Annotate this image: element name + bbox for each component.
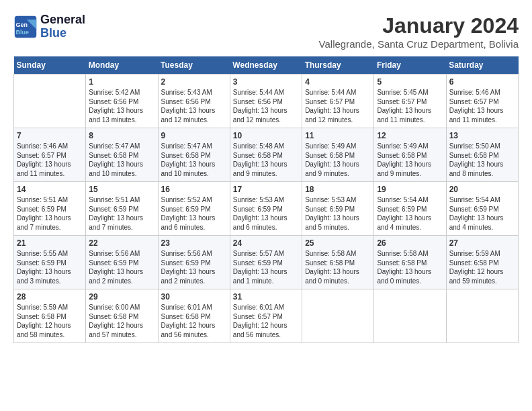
day-number: 3 [233,77,299,87]
day-info: Sunrise: 5:47 AM Sunset: 6:58 PM Dayligh… [161,142,227,178]
weekday-header-monday: Monday [86,56,158,75]
calendar-cell: 10Sunrise: 5:48 AM Sunset: 6:58 PM Dayli… [230,128,302,182]
day-info: Sunrise: 6:01 AM Sunset: 6:58 PM Dayligh… [161,303,227,339]
calendar-cell: 13Sunrise: 5:50 AM Sunset: 6:58 PM Dayli… [446,128,518,182]
day-number: 26 [377,238,443,248]
week-row-2: 7Sunrise: 5:46 AM Sunset: 6:57 PM Daylig… [14,128,519,182]
day-info: Sunrise: 5:56 AM Sunset: 6:59 PM Dayligh… [161,249,227,285]
calendar-cell: 19Sunrise: 5:54 AM Sunset: 6:59 PM Dayli… [374,182,446,236]
month-title: January 2024 [319,13,519,38]
day-number: 22 [89,238,154,248]
day-number: 29 [89,292,154,302]
day-info: Sunrise: 5:44 AM Sunset: 6:56 PM Dayligh… [233,88,299,124]
day-number: 19 [377,185,443,194]
calendar-cell: 8Sunrise: 5:47 AM Sunset: 6:58 PM Daylig… [86,128,158,182]
day-info: Sunrise: 5:55 AM Sunset: 6:59 PM Dayligh… [17,249,83,285]
calendar-cell [446,289,518,343]
calendar-cell: 21Sunrise: 5:55 AM Sunset: 6:59 PM Dayli… [14,236,86,289]
day-number: 18 [305,185,371,194]
day-number: 27 [449,238,515,248]
day-info: Sunrise: 5:51 AM Sunset: 6:59 PM Dayligh… [17,195,83,232]
location-title: Vallegrande, Santa Cruz Department, Boli… [319,38,519,50]
day-info: Sunrise: 5:43 AM Sunset: 6:56 PM Dayligh… [161,88,227,124]
day-info: Sunrise: 5:57 AM Sunset: 6:59 PM Dayligh… [233,249,299,285]
calendar-cell: 14Sunrise: 5:51 AM Sunset: 6:59 PM Dayli… [14,182,86,236]
calendar-cell: 16Sunrise: 5:52 AM Sunset: 6:59 PM Dayli… [158,182,230,236]
calendar-cell: 12Sunrise: 5:49 AM Sunset: 6:58 PM Dayli… [374,128,446,182]
day-info: Sunrise: 6:01 AM Sunset: 6:57 PM Dayligh… [233,303,299,339]
day-info: Sunrise: 5:46 AM Sunset: 6:57 PM Dayligh… [449,88,515,124]
calendar-cell: 7Sunrise: 5:46 AM Sunset: 6:57 PM Daylig… [14,128,86,182]
day-info: Sunrise: 6:00 AM Sunset: 6:58 PM Dayligh… [89,303,154,339]
svg-text:Gen: Gen [16,21,28,28]
day-number: 1 [89,77,154,87]
day-number: 16 [161,185,227,194]
day-info: Sunrise: 5:47 AM Sunset: 6:58 PM Dayligh… [89,142,154,178]
day-info: Sunrise: 5:53 AM Sunset: 6:59 PM Dayligh… [233,195,299,232]
weekday-header-thursday: Thursday [302,56,374,75]
title-block: January 2024 Vallegrande, Santa Cruz Dep… [319,13,519,50]
calendar-cell: 11Sunrise: 5:49 AM Sunset: 6:58 PM Dayli… [302,128,374,182]
weekday-header-row: SundayMondayTuesdayWednesdayThursdayFrid… [14,56,519,75]
calendar-cell: 26Sunrise: 5:58 AM Sunset: 6:58 PM Dayli… [374,236,446,289]
calendar-cell: 23Sunrise: 5:56 AM Sunset: 6:59 PM Dayli… [158,236,230,289]
calendar-cell: 18Sunrise: 5:53 AM Sunset: 6:59 PM Dayli… [302,182,374,236]
weekday-header-friday: Friday [374,56,446,75]
svg-text:Blue: Blue [16,29,30,36]
day-number: 5 [377,77,443,87]
calendar-cell [374,289,446,343]
day-info: Sunrise: 5:54 AM Sunset: 6:59 PM Dayligh… [449,195,515,232]
logo: Gen Blue General Blue [13,13,85,40]
day-number: 23 [161,238,227,248]
day-info: Sunrise: 5:50 AM Sunset: 6:58 PM Dayligh… [449,142,515,178]
calendar-cell [302,289,374,343]
calendar-cell: 2Sunrise: 5:43 AM Sunset: 6:56 PM Daylig… [158,75,230,128]
day-info: Sunrise: 5:51 AM Sunset: 6:59 PM Dayligh… [89,195,154,232]
day-number: 20 [449,185,515,194]
day-info: Sunrise: 5:49 AM Sunset: 6:58 PM Dayligh… [305,142,371,178]
day-info: Sunrise: 5:49 AM Sunset: 6:58 PM Dayligh… [377,142,443,178]
calendar-cell: 5Sunrise: 5:45 AM Sunset: 6:57 PM Daylig… [374,75,446,128]
day-info: Sunrise: 5:54 AM Sunset: 6:59 PM Dayligh… [377,195,443,232]
day-number: 2 [161,77,227,87]
day-number: 24 [233,238,299,248]
day-number: 21 [17,238,83,248]
day-info: Sunrise: 5:58 AM Sunset: 6:58 PM Dayligh… [377,249,443,285]
calendar-cell: 4Sunrise: 5:44 AM Sunset: 6:57 PM Daylig… [302,75,374,128]
calendar-cell: 30Sunrise: 6:01 AM Sunset: 6:58 PM Dayli… [158,289,230,343]
day-number: 7 [17,131,83,140]
day-number: 4 [305,77,371,87]
day-info: Sunrise: 5:59 AM Sunset: 6:58 PM Dayligh… [449,249,515,285]
day-number: 8 [89,131,154,140]
weekday-header-tuesday: Tuesday [158,56,230,75]
day-number: 25 [305,238,371,248]
calendar-cell: 29Sunrise: 6:00 AM Sunset: 6:58 PM Dayli… [86,289,158,343]
day-number: 10 [233,131,299,140]
day-info: Sunrise: 5:48 AM Sunset: 6:58 PM Dayligh… [233,142,299,178]
day-number: 28 [17,292,83,302]
day-number: 31 [233,292,299,302]
weekday-header-sunday: Sunday [14,56,86,75]
calendar-cell: 25Sunrise: 5:58 AM Sunset: 6:58 PM Dayli… [302,236,374,289]
weekday-header-saturday: Saturday [446,56,518,75]
day-info: Sunrise: 5:46 AM Sunset: 6:57 PM Dayligh… [17,142,83,178]
calendar-table: SundayMondayTuesdayWednesdayThursdayFrid… [13,56,519,343]
logo-icon: Gen Blue [13,15,38,39]
day-number: 15 [89,185,154,194]
calendar-cell: 1Sunrise: 5:42 AM Sunset: 6:56 PM Daylig… [86,75,158,128]
day-number: 6 [449,77,515,87]
calendar-cell: 20Sunrise: 5:54 AM Sunset: 6:59 PM Dayli… [446,182,518,236]
calendar-cell: 15Sunrise: 5:51 AM Sunset: 6:59 PM Dayli… [86,182,158,236]
calendar-cell: 3Sunrise: 5:44 AM Sunset: 6:56 PM Daylig… [230,75,302,128]
day-number: 30 [161,292,227,302]
calendar-cell: 31Sunrise: 6:01 AM Sunset: 6:57 PM Dayli… [230,289,302,343]
day-info: Sunrise: 5:52 AM Sunset: 6:59 PM Dayligh… [161,195,227,232]
page-header: Gen Blue General Blue January 2024 Valle… [13,13,519,50]
day-number: 9 [161,131,227,140]
day-number: 17 [233,185,299,194]
day-info: Sunrise: 5:59 AM Sunset: 6:58 PM Dayligh… [17,303,83,339]
week-row-4: 21Sunrise: 5:55 AM Sunset: 6:59 PM Dayli… [14,236,519,289]
day-number: 14 [17,185,83,194]
calendar-cell: 27Sunrise: 5:59 AM Sunset: 6:58 PM Dayli… [446,236,518,289]
week-row-1: 1Sunrise: 5:42 AM Sunset: 6:56 PM Daylig… [14,75,519,128]
